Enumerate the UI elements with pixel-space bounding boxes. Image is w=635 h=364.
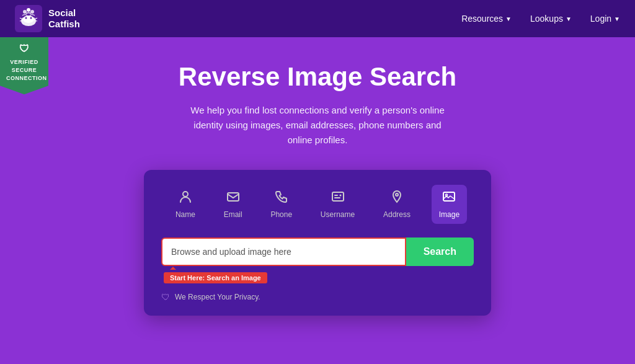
logo[interactable]: Social Catfish (15, 5, 80, 32)
tab-email[interactable]: Email (216, 185, 250, 224)
file-input-wrapper[interactable]: Browse and upload image here (161, 237, 406, 266)
tab-address-label: Address (383, 210, 411, 219)
tab-username-label: Username (321, 210, 355, 219)
phone-icon (275, 190, 288, 206)
image-icon (442, 190, 456, 206)
shield-icon: 🛡 (6, 42, 42, 56)
tab-phone-label: Phone (270, 210, 292, 219)
tab-image[interactable]: Image (432, 185, 467, 224)
tab-image-label: Image (439, 210, 460, 219)
tab-username[interactable]: Username (313, 185, 362, 224)
main-subtitle: We help you find lost connections and ve… (181, 103, 454, 148)
lookups-caret-icon: ▼ (566, 16, 572, 22)
username-icon (331, 190, 345, 206)
svg-point-4 (30, 17, 32, 19)
resources-caret-icon: ▼ (505, 16, 512, 22)
svg-point-3 (25, 17, 27, 19)
page-title: Reverse Image Search (179, 62, 456, 92)
tab-phone[interactable]: Phone (263, 185, 300, 224)
search-tabs: Name Email Phone (161, 185, 474, 224)
svg-point-16 (396, 193, 398, 196)
nav-links: Resources ▼ Lookups ▼ Login ▼ (461, 14, 620, 24)
file-input-placeholder: Browse and upload image here (171, 247, 396, 257)
address-icon (390, 190, 404, 206)
search-card: Name Email Phone (144, 170, 491, 316)
nav-lookups[interactable]: Lookups ▼ (530, 14, 572, 24)
secure-badge: 🛡 VERIFIED SECURE CONNECTION (0, 37, 48, 94)
tooltip-badge: Start Here: Search an Image (164, 272, 267, 283)
svg-point-10 (27, 8, 30, 12)
svg-point-2 (23, 16, 34, 23)
svg-point-12 (183, 192, 188, 197)
navbar: Social Catfish Resources ▼ Lookups ▼ Log… (0, 0, 635, 37)
privacy-shield-icon: 🛡 (161, 292, 170, 302)
tab-name[interactable]: Name (168, 185, 203, 224)
login-caret-icon: ▼ (614, 16, 620, 22)
input-row: Browse and upload image here Search (161, 237, 474, 266)
tab-email-label: Email (224, 210, 242, 219)
logo-text: Social Catfish (48, 7, 80, 30)
email-icon (226, 190, 240, 206)
nav-login[interactable]: Login ▼ (590, 14, 620, 24)
privacy-text: We Respect Your Privacy. (175, 293, 260, 301)
nav-resources[interactable]: Resources ▼ (461, 14, 512, 24)
search-button[interactable]: Search (406, 237, 474, 266)
svg-point-15 (339, 195, 341, 197)
privacy-row: 🛡 We Respect Your Privacy. (161, 292, 474, 302)
svg-rect-14 (332, 192, 344, 201)
svg-rect-13 (228, 193, 239, 201)
tab-name-label: Name (175, 210, 195, 219)
tab-address[interactable]: Address (376, 185, 418, 224)
person-icon (179, 190, 192, 206)
main-content: Reverse Image Search We help you find lo… (0, 37, 635, 364)
